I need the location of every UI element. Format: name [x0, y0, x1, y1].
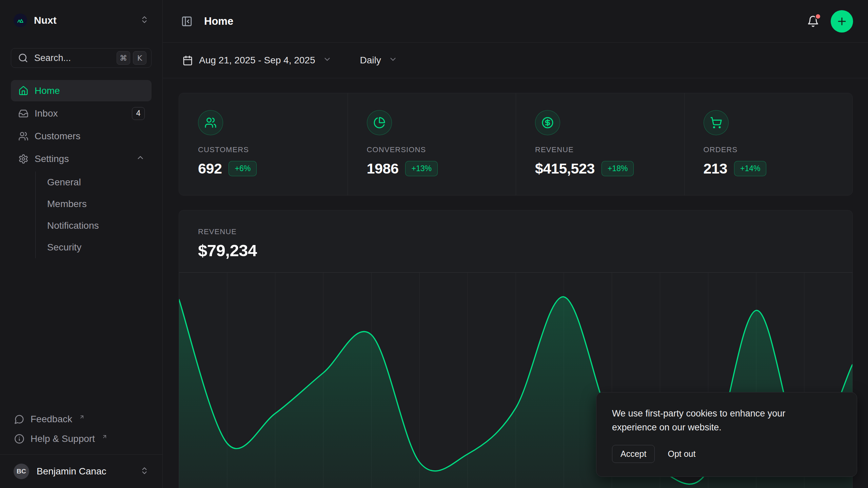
calendar-icon: [182, 55, 193, 66]
dashboard-app: Nuxt Search... ⌘K Home: [0, 0, 868, 488]
stat-value: $415,523: [535, 160, 595, 177]
granularity-select[interactable]: Daily: [356, 52, 401, 69]
sidebar-item-label: Home: [35, 85, 145, 96]
sidebar: Nuxt Search... ⌘K Home: [0, 0, 163, 488]
accept-cookies-button[interactable]: Accept: [612, 445, 655, 463]
sidebar-item-settings[interactable]: Settings: [11, 148, 152, 169]
stat-card-customers: CUSTOMERS 692 +6%: [179, 93, 348, 195]
chevron-down-icon: [323, 55, 332, 66]
add-button[interactable]: [831, 10, 853, 33]
sidebar-item-label: Customers: [35, 131, 145, 142]
settings-subnav: General Members Notifications Security: [35, 171, 141, 258]
notification-dot: [815, 13, 821, 20]
workspace-name: Nuxt: [34, 15, 133, 26]
footer-link-label: Help & Support: [31, 433, 95, 444]
cookie-banner: We use first-party cookies to enhance yo…: [596, 392, 857, 477]
sidebar-footer: Feedback Help & Support: [11, 410, 152, 448]
stat-delta-badge: +18%: [601, 161, 634, 176]
home-icon: [18, 86, 28, 96]
sidebar-item-home[interactable]: Home: [11, 80, 152, 101]
inbox-icon: [18, 108, 28, 119]
chevrons-up-down-icon: [140, 15, 149, 25]
stat-label: CONVERSIONS: [367, 145, 506, 154]
cookie-message: We use first-party cookies to enhance yo…: [612, 407, 829, 434]
sidebar-item-help-support[interactable]: Help & Support: [11, 430, 152, 448]
search-placeholder: Search...: [34, 53, 111, 63]
sidebar-item-feedback[interactable]: Feedback: [11, 410, 152, 428]
optout-cookies-button[interactable]: Opt out: [666, 445, 697, 463]
stat-card-orders: ORDERS 213 +14%: [684, 93, 853, 195]
stat-delta-badge: +6%: [229, 161, 257, 176]
footer-link-label: Feedback: [31, 414, 72, 425]
collapse-sidebar-button[interactable]: [178, 13, 195, 30]
stat-delta-badge: +13%: [405, 161, 437, 176]
stat-label: REVENUE: [535, 145, 674, 154]
chevron-down-icon: [389, 55, 397, 66]
stat-value: 692: [198, 160, 222, 177]
avatar: BC: [14, 464, 29, 479]
info-circle-icon: [14, 434, 24, 444]
sidebar-item-members[interactable]: Members: [36, 193, 141, 215]
pie-chart-icon: [367, 110, 392, 135]
subnav-label: General: [47, 177, 81, 188]
search-input[interactable]: Search... ⌘K: [11, 48, 152, 68]
external-link-icon: [102, 431, 107, 442]
gear-icon: [18, 154, 28, 164]
subnav-label: Security: [47, 242, 81, 253]
sidebar-item-general[interactable]: General: [36, 171, 141, 193]
stat-delta-badge: +14%: [734, 161, 766, 176]
chevrons-up-down-icon: [140, 466, 149, 476]
sidebar-item-inbox[interactable]: Inbox 4: [11, 103, 152, 124]
subnav-label: Notifications: [47, 220, 99, 231]
subnav-label: Members: [47, 199, 87, 209]
external-link-icon: [79, 411, 85, 422]
stat-label: ORDERS: [704, 145, 843, 154]
message-circle-icon: [14, 414, 24, 424]
stats-row: CUSTOMERS 692 +6% CONVERSIONS 1986 +13%: [179, 93, 853, 196]
date-range-picker[interactable]: Aug 21, 2025 - Sep 4, 2025: [178, 52, 336, 69]
user-name: Benjamin Canac: [37, 466, 133, 477]
sidebar-item-security[interactable]: Security: [36, 237, 141, 258]
page-title: Home: [204, 15, 233, 27]
shopping-cart-icon: [704, 110, 729, 135]
users-icon: [198, 110, 223, 135]
sidebar-item-label: Inbox: [35, 108, 126, 119]
stat-value: 1986: [367, 160, 399, 177]
sidebar-item-customers[interactable]: Customers: [11, 125, 152, 147]
user-menu[interactable]: BC Benjamin Canac: [0, 455, 162, 488]
sidebar-item-label: Settings: [35, 154, 130, 164]
stat-card-conversions: CONVERSIONS 1986 +13%: [348, 93, 516, 195]
notifications-button[interactable]: [805, 13, 821, 29]
nuxt-logo-icon: [14, 14, 27, 27]
search-icon: [18, 53, 28, 63]
kbd-meta: ⌘: [117, 51, 130, 65]
kbd-k: K: [133, 51, 146, 65]
chevron-up-icon: [136, 153, 145, 164]
stat-label: CUSTOMERS: [198, 145, 337, 154]
stat-card-revenue: REVENUE $415,523 +18%: [516, 93, 684, 195]
revenue-card-label: REVENUE: [198, 227, 833, 236]
granularity-value: Daily: [360, 55, 381, 66]
stat-value: 213: [704, 160, 727, 177]
users-icon: [18, 131, 28, 141]
sidebar-item-notifications[interactable]: Notifications: [36, 215, 141, 237]
workspace-switcher[interactable]: Nuxt: [11, 8, 152, 33]
filters-toolbar: Aug 21, 2025 - Sep 4, 2025 Daily: [163, 43, 868, 78]
dollar-circle-icon: [535, 110, 560, 135]
page-header: Home: [163, 0, 868, 43]
sidebar-nav: Home Inbox 4 Customers Settings: [11, 80, 152, 258]
inbox-count-badge: 4: [132, 107, 145, 120]
revenue-card-value: $79,234: [198, 241, 833, 260]
date-range-value: Aug 21, 2025 - Sep 4, 2025: [199, 55, 315, 66]
